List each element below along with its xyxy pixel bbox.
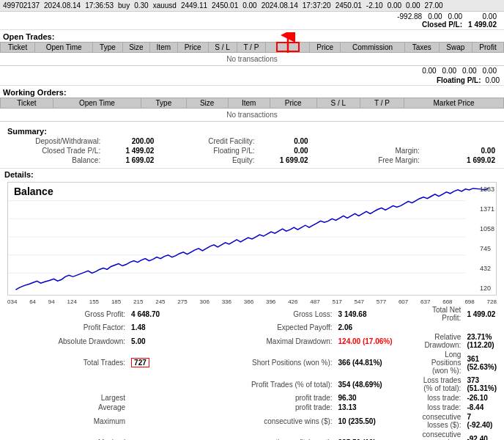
stats-row-2: Absolute Drawdown: 5.00 Maximal Drawdown… [4, 332, 500, 350]
col-commission: Commission [341, 43, 405, 53]
s7-v2: 10 (235.50) [336, 412, 420, 430]
sum-v7: 1 699.02 [258, 155, 313, 165]
stats-row-0: Gross Profit: 4 648.70 Gross Loss: 3 149… [4, 305, 500, 323]
y-label-3: 1058 [480, 225, 494, 232]
s5-v2: 96.30 [336, 393, 420, 403]
rs-val4: 0.00 [465, 12, 500, 21]
s6-l1: Average [4, 403, 128, 412]
sum-l1: Deposit/Withdrawal: [4, 136, 103, 146]
col-ticket: Ticket [1, 43, 35, 53]
wo-size: Size [186, 98, 228, 109]
y-label-1: 1683 [480, 186, 494, 193]
s6-v3: -8.44 [464, 403, 500, 412]
chart-container: Balance 1683 1371 1058 745 432 120 [7, 182, 497, 296]
s5-l2: profit trade: [211, 393, 336, 403]
s0-l2: Gross Loss: [211, 305, 336, 323]
total-trades-boxed: 727 [131, 358, 149, 367]
col4: 27.00 [425, 1, 443, 10]
sum-v3: 1 499.02 [103, 146, 158, 155]
balance-chart [8, 183, 496, 295]
wo-open-time: Open Time [53, 98, 141, 109]
sum-v6: 1 699.02 [103, 155, 158, 165]
open-trades-no-tx: No transactions [0, 53, 504, 66]
size: 0.30 [134, 1, 148, 10]
wo-type: Type [141, 98, 187, 109]
date1: 2024.08.14 [44, 1, 81, 10]
stats-row-4: Profit Trades (% of total): 354 (48.69%)… [4, 375, 500, 393]
col-price: Price [177, 43, 208, 53]
col-taxes: Taxes [404, 43, 439, 53]
s2-l3: Relative Drawdown: [420, 332, 464, 350]
s3-l2: Short Positions (won %): [211, 350, 336, 375]
sum-v5: 0.00 [423, 146, 500, 155]
tot2: 0.00 [440, 67, 459, 75]
s7-l3: consecutive losses ($): [420, 412, 464, 430]
s7-l1: Maximum [4, 412, 128, 430]
col-item: Item [150, 43, 177, 53]
right-summary-row: -992.88 0.00 0.00 0.00 Closed P/L: 1 499… [0, 12, 504, 30]
sum-l3: Closed Trade P/L: [4, 146, 103, 155]
stats-row-8: Maximal consecutive profit (count): 235.… [4, 430, 500, 440]
sum-l6: Balance: [4, 155, 103, 165]
sum-l2: Credit Facility: [158, 136, 257, 146]
col-swap: Swap [439, 43, 472, 53]
s4-v3: 373 (51.31%) [464, 375, 500, 393]
rs-val2: 0.00 [425, 12, 445, 21]
s0-v1: 4 648.70 [128, 305, 211, 323]
s0-v2: 3 149.68 [336, 305, 420, 323]
type: buy [118, 1, 130, 10]
tot3: 0.00 [459, 67, 479, 75]
working-orders-table: Ticket Open Time Type Size Item Price S … [0, 98, 504, 109]
s3-v1: 727 [128, 350, 211, 375]
s1-l1: Profit Factor: [4, 323, 128, 332]
s6-v2: 13.13 [336, 403, 420, 412]
sum-v4: 0.00 [258, 146, 313, 155]
s4-l2: Profit Trades (% of total): [211, 375, 336, 393]
tot1: 0.00 [419, 67, 439, 75]
col-arrow [266, 43, 310, 53]
s0-v3: 1 499.02 [464, 305, 500, 323]
y-label-5: 432 [480, 265, 494, 272]
price1: 2449.11 [181, 1, 207, 10]
sum-v8: 1 699.02 [423, 155, 500, 165]
y-label-4: 745 [480, 245, 494, 252]
stats-row-3: Total Trades: 727 Short Positions (won %… [4, 350, 500, 375]
sum-l4: Floating P/L: [158, 146, 257, 155]
open-trades-table: Ticket Open Time Type Size Item Price S … [0, 42, 504, 53]
s4-v2: 354 (48.69%) [336, 375, 420, 393]
s7-v3: 7 (-92.40) [464, 412, 500, 430]
s4-l3: Loss trades (% of total): [420, 375, 464, 393]
rs-val3: 0.00 [445, 12, 465, 21]
s8-l2: consecutive profit (count): [211, 430, 336, 440]
rs-val1: -992.88 [394, 12, 425, 21]
s2-v1: 5.00 [128, 332, 211, 350]
s8-l3: consecutive loss (count): [420, 430, 464, 440]
s8-v2: 235.50 (10) [336, 430, 420, 440]
tot4: 0.00 [480, 67, 500, 75]
col-size: Size [122, 43, 149, 53]
item: xauusd [153, 1, 177, 10]
stats-row-5: Largest profit trade: 96.30 loss trade: … [4, 393, 500, 403]
s6-l3: loss trade: [420, 403, 464, 412]
sum-v1: 200.00 [103, 136, 158, 146]
s3-l3: Long Positions (won %): [420, 350, 464, 375]
s6-l2: profit trade: [211, 403, 336, 412]
stats-table: Gross Profit: 4 648.70 Gross Loss: 3 149… [4, 305, 500, 440]
s0-l3: Total Net Profit: [420, 305, 464, 323]
summary-section: Summary: Deposit/Withdrawal: 200.00 Cred… [0, 122, 504, 169]
col-sl: S / L [208, 43, 237, 53]
s8-l1: Maximal [4, 430, 128, 440]
s8-v3: -92.40 (7) [464, 430, 500, 440]
wo-ticket: Ticket [1, 98, 53, 109]
s2-l2: Maximal Drawdown: [211, 332, 336, 350]
x-axis-labels: 034 64 94 124 155 185 215 245 275 306 33… [4, 298, 500, 305]
sum-v2: 0.00 [258, 136, 313, 146]
working-orders-no-tx: No transactions [0, 109, 504, 122]
stats-row-1: Profit Factor: 1.48 Expected Payoff: 2.0… [4, 323, 500, 332]
sum-l7: Equity: [158, 155, 257, 165]
s3-v3: 361 (52.63%) [464, 350, 500, 375]
s0-l1: Gross Profit: [4, 305, 128, 323]
ticket: 499702137 [3, 1, 40, 10]
stats-row-6: Average profit trade: 13.13 loss trade: … [4, 403, 500, 412]
wo-sl: S / L [316, 98, 360, 109]
